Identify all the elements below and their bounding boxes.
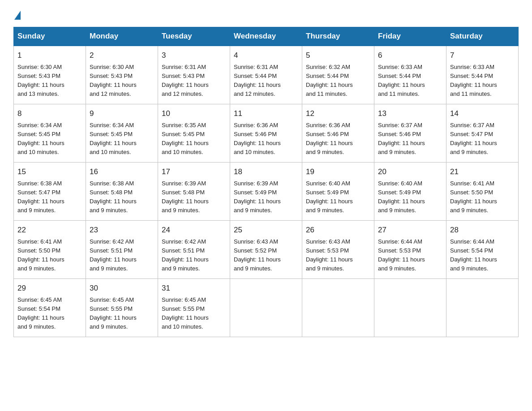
week-row-1: 1Sunrise: 6:30 AMSunset: 5:43 PMDaylight… <box>14 46 519 104</box>
calendar-cell: 13Sunrise: 6:37 AMSunset: 5:46 PMDayligh… <box>374 104 446 163</box>
calendar-cell: 22Sunrise: 6:41 AMSunset: 5:50 PMDayligh… <box>14 221 86 279</box>
calendar-cell <box>302 279 374 337</box>
day-info: Sunrise: 6:39 AMSunset: 5:48 PMDaylight:… <box>162 179 226 215</box>
day-number: 24 <box>162 224 226 236</box>
calendar-cell: 20Sunrise: 6:40 AMSunset: 5:49 PMDayligh… <box>374 163 446 221</box>
day-number: 23 <box>90 224 154 236</box>
day-number: 7 <box>450 50 515 61</box>
logo-triangle-icon <box>14 11 21 20</box>
day-info: Sunrise: 6:37 AMSunset: 5:46 PMDaylight:… <box>378 121 442 157</box>
day-number: 10 <box>162 108 226 120</box>
day-info: Sunrise: 6:30 AMSunset: 5:43 PMDaylight:… <box>17 63 82 99</box>
calendar-header: Sunday Monday Tuesday Wednesday Thursday… <box>14 27 519 46</box>
week-row-2: 8Sunrise: 6:34 AMSunset: 5:45 PMDaylight… <box>14 104 519 163</box>
calendar-cell: 18Sunrise: 6:39 AMSunset: 5:49 PMDayligh… <box>230 163 302 221</box>
day-number: 28 <box>450 224 515 236</box>
day-info: Sunrise: 6:40 AMSunset: 5:49 PMDaylight:… <box>306 179 370 215</box>
calendar-cell: 23Sunrise: 6:42 AMSunset: 5:51 PMDayligh… <box>86 221 158 279</box>
day-number: 9 <box>90 108 154 120</box>
week-row-4: 22Sunrise: 6:41 AMSunset: 5:50 PMDayligh… <box>14 221 519 279</box>
day-number: 31 <box>162 283 226 294</box>
calendar-cell: 10Sunrise: 6:35 AMSunset: 5:45 PMDayligh… <box>158 104 230 163</box>
day-number: 20 <box>378 166 442 178</box>
day-info: Sunrise: 6:42 AMSunset: 5:51 PMDaylight:… <box>162 237 226 274</box>
week-row-5: 29Sunrise: 6:45 AMSunset: 5:54 PMDayligh… <box>14 279 519 337</box>
day-info: Sunrise: 6:32 AMSunset: 5:44 PMDaylight:… <box>306 63 370 99</box>
calendar-table: Sunday Monday Tuesday Wednesday Thursday… <box>13 27 519 337</box>
day-number: 11 <box>234 108 298 120</box>
col-monday: Monday <box>86 27 158 46</box>
day-number: 14 <box>450 108 515 120</box>
calendar-cell: 1Sunrise: 6:30 AMSunset: 5:43 PMDaylight… <box>14 46 86 104</box>
calendar-cell: 9Sunrise: 6:34 AMSunset: 5:45 PMDaylight… <box>86 104 158 163</box>
day-number: 1 <box>17 50 82 61</box>
day-info: Sunrise: 6:36 AMSunset: 5:46 PMDaylight:… <box>234 121 298 157</box>
col-friday: Friday <box>374 27 446 46</box>
calendar-cell: 14Sunrise: 6:37 AMSunset: 5:47 PMDayligh… <box>446 104 519 163</box>
day-info: Sunrise: 6:45 AMSunset: 5:55 PMDaylight:… <box>90 295 154 332</box>
calendar-cell: 30Sunrise: 6:45 AMSunset: 5:55 PMDayligh… <box>86 279 158 337</box>
calendar-cell: 2Sunrise: 6:30 AMSunset: 5:43 PMDaylight… <box>86 46 158 104</box>
day-info: Sunrise: 6:33 AMSunset: 5:44 PMDaylight:… <box>450 63 515 99</box>
day-number: 4 <box>234 50 298 61</box>
day-info: Sunrise: 6:34 AMSunset: 5:45 PMDaylight:… <box>17 121 82 157</box>
calendar-cell: 17Sunrise: 6:39 AMSunset: 5:48 PMDayligh… <box>158 163 230 221</box>
day-info: Sunrise: 6:41 AMSunset: 5:50 PMDaylight:… <box>450 179 515 215</box>
day-number: 2 <box>90 50 154 61</box>
day-info: Sunrise: 6:31 AMSunset: 5:43 PMDaylight:… <box>162 63 226 99</box>
day-info: Sunrise: 6:41 AMSunset: 5:50 PMDaylight:… <box>17 237 82 274</box>
day-info: Sunrise: 6:38 AMSunset: 5:47 PMDaylight:… <box>17 179 82 215</box>
day-info: Sunrise: 6:43 AMSunset: 5:52 PMDaylight:… <box>234 237 298 274</box>
day-number: 27 <box>378 224 442 236</box>
day-number: 5 <box>306 50 370 61</box>
calendar-cell <box>230 279 302 337</box>
day-info: Sunrise: 6:37 AMSunset: 5:47 PMDaylight:… <box>450 121 515 157</box>
day-info: Sunrise: 6:43 AMSunset: 5:53 PMDaylight:… <box>306 237 370 274</box>
calendar-cell: 12Sunrise: 6:36 AMSunset: 5:46 PMDayligh… <box>302 104 374 163</box>
calendar-cell: 6Sunrise: 6:33 AMSunset: 5:44 PMDaylight… <box>374 46 446 104</box>
day-info: Sunrise: 6:44 AMSunset: 5:54 PMDaylight:… <box>450 237 515 274</box>
day-info: Sunrise: 6:34 AMSunset: 5:45 PMDaylight:… <box>90 121 154 157</box>
day-info: Sunrise: 6:31 AMSunset: 5:44 PMDaylight:… <box>234 63 298 99</box>
col-wednesday: Wednesday <box>230 27 302 46</box>
calendar-cell: 4Sunrise: 6:31 AMSunset: 5:44 PMDaylight… <box>230 46 302 104</box>
calendar-cell: 26Sunrise: 6:43 AMSunset: 5:53 PMDayligh… <box>302 221 374 279</box>
calendar-cell: 28Sunrise: 6:44 AMSunset: 5:54 PMDayligh… <box>446 221 519 279</box>
calendar-cell: 8Sunrise: 6:34 AMSunset: 5:45 PMDaylight… <box>14 104 86 163</box>
calendar-cell: 21Sunrise: 6:41 AMSunset: 5:50 PMDayligh… <box>446 163 519 221</box>
day-number: 13 <box>378 108 442 120</box>
day-number: 16 <box>90 166 154 178</box>
col-sunday: Sunday <box>14 27 86 46</box>
calendar-cell: 25Sunrise: 6:43 AMSunset: 5:52 PMDayligh… <box>230 221 302 279</box>
calendar-body: 1Sunrise: 6:30 AMSunset: 5:43 PMDaylight… <box>14 46 519 337</box>
calendar-cell: 5Sunrise: 6:32 AMSunset: 5:44 PMDaylight… <box>302 46 374 104</box>
week-row-3: 15Sunrise: 6:38 AMSunset: 5:47 PMDayligh… <box>14 163 519 221</box>
logo <box>13 9 21 20</box>
day-number: 21 <box>450 166 515 178</box>
day-number: 29 <box>17 283 82 294</box>
day-number: 15 <box>17 166 82 178</box>
calendar-cell <box>374 279 446 337</box>
day-number: 6 <box>378 50 442 61</box>
day-number: 26 <box>306 224 370 236</box>
col-saturday: Saturday <box>446 27 519 46</box>
day-info: Sunrise: 6:35 AMSunset: 5:45 PMDaylight:… <box>162 121 226 157</box>
calendar-cell: 3Sunrise: 6:31 AMSunset: 5:43 PMDaylight… <box>158 46 230 104</box>
day-number: 30 <box>90 283 154 294</box>
day-number: 19 <box>306 166 370 178</box>
day-info: Sunrise: 6:44 AMSunset: 5:53 PMDaylight:… <box>378 237 442 274</box>
day-info: Sunrise: 6:36 AMSunset: 5:46 PMDaylight:… <box>306 121 370 157</box>
calendar-cell: 11Sunrise: 6:36 AMSunset: 5:46 PMDayligh… <box>230 104 302 163</box>
day-info: Sunrise: 6:33 AMSunset: 5:44 PMDaylight:… <box>378 63 442 99</box>
day-info: Sunrise: 6:42 AMSunset: 5:51 PMDaylight:… <box>90 237 154 274</box>
day-number: 12 <box>306 108 370 120</box>
header-row: Sunday Monday Tuesday Wednesday Thursday… <box>14 27 519 46</box>
day-number: 17 <box>162 166 226 178</box>
day-number: 8 <box>17 108 82 120</box>
day-number: 25 <box>234 224 298 236</box>
calendar-cell: 19Sunrise: 6:40 AMSunset: 5:49 PMDayligh… <box>302 163 374 221</box>
day-info: Sunrise: 6:39 AMSunset: 5:49 PMDaylight:… <box>234 179 298 215</box>
day-info: Sunrise: 6:30 AMSunset: 5:43 PMDaylight:… <box>90 63 154 99</box>
day-number: 22 <box>17 224 82 236</box>
day-info: Sunrise: 6:40 AMSunset: 5:49 PMDaylight:… <box>378 179 442 215</box>
